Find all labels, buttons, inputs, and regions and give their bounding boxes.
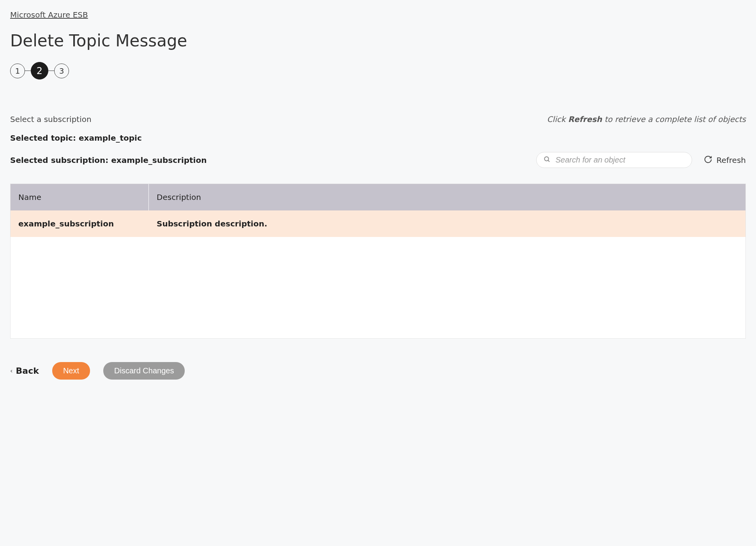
back-button[interactable]: ‹ Back bbox=[10, 366, 39, 376]
refresh-icon bbox=[704, 155, 712, 165]
refresh-button[interactable]: Refresh bbox=[704, 155, 746, 165]
step-connector bbox=[48, 71, 54, 71]
help-prefix: Click bbox=[547, 115, 568, 124]
help-suffix: to retrieve a complete list of objects bbox=[602, 115, 746, 124]
table-empty-space bbox=[11, 237, 745, 338]
discard-button[interactable]: Discard Changes bbox=[103, 362, 185, 380]
table-row[interactable]: example_subscription Subscription descri… bbox=[11, 210, 745, 237]
svg-line-1 bbox=[548, 160, 550, 162]
page-title: Delete Topic Message bbox=[10, 31, 746, 50]
step-2[interactable]: 2 bbox=[31, 62, 48, 80]
button-bar: ‹ Back Next Discard Changes bbox=[10, 362, 746, 380]
breadcrumb[interactable]: Microsoft Azure ESB bbox=[10, 10, 88, 19]
step-3[interactable]: 3 bbox=[54, 64, 69, 78]
selected-topic: Selected topic: example_topic bbox=[10, 133, 746, 143]
help-emphasis: Refresh bbox=[568, 115, 602, 124]
cell-name: example_subscription bbox=[11, 210, 149, 237]
next-button[interactable]: Next bbox=[52, 362, 90, 380]
search-box[interactable] bbox=[536, 152, 692, 168]
selected-subscription: Selected subscription: example_subscript… bbox=[10, 155, 207, 165]
svg-point-0 bbox=[545, 157, 549, 161]
step-1[interactable]: 1 bbox=[10, 64, 25, 78]
chevron-left-icon: ‹ bbox=[10, 367, 13, 375]
step-connector bbox=[25, 71, 31, 71]
subscription-table: Name Description example_subscription Su… bbox=[10, 184, 746, 339]
column-header-name[interactable]: Name bbox=[11, 184, 149, 210]
back-label: Back bbox=[16, 366, 39, 376]
help-text: Click Refresh to retrieve a complete lis… bbox=[547, 115, 746, 124]
column-header-description[interactable]: Description bbox=[149, 184, 745, 210]
stepper: 1 2 3 bbox=[10, 62, 746, 80]
subtitle: Select a subscription bbox=[10, 115, 92, 124]
search-icon bbox=[544, 156, 551, 164]
table-header: Name Description bbox=[11, 184, 745, 210]
search-input[interactable] bbox=[555, 155, 685, 164]
refresh-label: Refresh bbox=[716, 155, 746, 165]
cell-description: Subscription description. bbox=[149, 210, 745, 237]
